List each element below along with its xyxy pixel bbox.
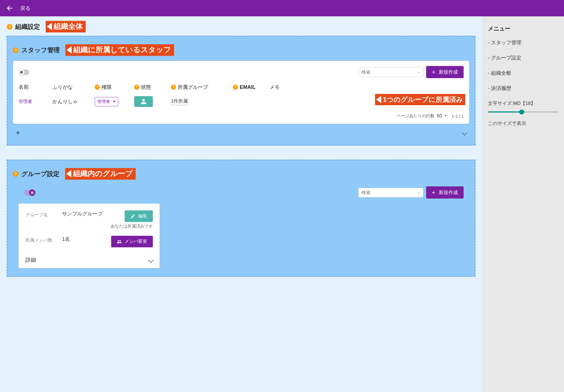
group-new-button[interactable]: + 新規作成 bbox=[426, 186, 464, 199]
triangle-left-icon bbox=[376, 96, 381, 103]
group-count-link[interactable]: 1件所属 bbox=[171, 98, 188, 105]
staff-name-link[interactable]: 管理者 bbox=[19, 99, 32, 105]
page-range: 1-1 / 1 bbox=[451, 114, 464, 118]
col-group: ?所属グループ bbox=[171, 84, 233, 91]
person-icon bbox=[140, 98, 147, 105]
group-name-value: サンプルグループ bbox=[62, 210, 108, 217]
help-icon[interactable]: ? bbox=[171, 85, 176, 90]
triangle-left-icon bbox=[67, 46, 72, 54]
search-icon[interactable] bbox=[418, 190, 420, 195]
staff-table-card: ▦ + 新規作成 名前 ふりがな bbox=[13, 61, 469, 124]
slider-thumb[interactable] bbox=[519, 109, 524, 114]
chevron-down-icon bbox=[148, 257, 154, 263]
group-title: グループ設定 bbox=[21, 170, 60, 178]
grid-icon: ▦ bbox=[31, 191, 34, 194]
help-icon[interactable]: ? bbox=[233, 85, 238, 90]
status-button[interactable] bbox=[134, 96, 153, 107]
back-arrow-icon[interactable] bbox=[6, 4, 14, 12]
callout-staff: 組織に所属しているスタッフ bbox=[65, 44, 174, 56]
col-kana: ふりがな bbox=[52, 84, 95, 91]
group-card: グループ名 サンプルグループ 編集 あなたは所属済みです 所属メンバ数 1名 bbox=[19, 204, 160, 268]
belong-note: あなたは所属済みです bbox=[111, 224, 153, 229]
staff-table-header: 名前 ふりがな ?権限 ?状態 ?所属グループ ?EMAIL メモ bbox=[19, 82, 464, 93]
chevron-down-icon bbox=[113, 101, 116, 102]
group-view-toggle[interactable]: ▦ bbox=[24, 190, 35, 195]
chevron-down-icon[interactable] bbox=[462, 130, 467, 136]
per-page-value[interactable]: 50 bbox=[437, 113, 442, 119]
group-search-box[interactable] bbox=[358, 188, 423, 197]
help-icon[interactable]: ? bbox=[7, 24, 12, 30]
staff-panel: ? スタッフ管理 組織に所属しているスタッフ ▦ bbox=[7, 36, 475, 146]
triangle-left-icon bbox=[47, 23, 52, 30]
people-icon bbox=[117, 239, 122, 244]
sidebar: メニュー - スタッフ管理 - グループ設定 - 組織全般 - 決済履歴 文字サ… bbox=[482, 16, 564, 392]
table-pagination: ページあたりの行数 50 1-1 / 1 bbox=[19, 110, 464, 120]
member-count-label: 所属メンバ数 bbox=[25, 236, 62, 243]
sidebar-item-staff[interactable]: - スタッフ管理 bbox=[488, 39, 558, 46]
col-role: ?権限 bbox=[95, 84, 134, 91]
view-toggle[interactable]: ▦ bbox=[19, 69, 29, 75]
pencil-icon bbox=[130, 214, 135, 219]
sidebar-item-group[interactable]: - グループ設定 bbox=[488, 54, 558, 61]
detail-expand[interactable]: 詳細 bbox=[25, 254, 153, 264]
col-status: ?状態 bbox=[134, 84, 171, 91]
group-name-label: グループ名 bbox=[25, 210, 62, 218]
top-bar: 戻る bbox=[0, 0, 564, 16]
col-memo: メモ bbox=[270, 84, 292, 91]
edit-group-button[interactable]: 編集 bbox=[125, 210, 153, 222]
help-icon[interactable]: ? bbox=[95, 85, 100, 90]
staff-search-input[interactable] bbox=[362, 70, 418, 75]
col-email: ?EMAIL bbox=[233, 84, 270, 90]
main-content: ? 組織設定 組織全体 ? スタッフ管理 組織に所属しているスタッフ ▦ bbox=[0, 16, 482, 392]
triangle-left-icon bbox=[66, 170, 71, 177]
per-page-label: ページあたりの行数 bbox=[396, 113, 435, 119]
plus-icon: + bbox=[432, 69, 435, 75]
staff-title: スタッフ管理 bbox=[21, 46, 60, 54]
col-name: 名前 bbox=[19, 84, 52, 91]
sidebar-item-payment[interactable]: - 決済履歴 bbox=[488, 85, 558, 92]
staff-table-row: 管理者 かんりしゃ 管理者 1件所属 bbox=[19, 93, 464, 110]
change-member-button[interactable]: メンバ変更 bbox=[111, 236, 153, 247]
group-panel: ? グループ設定 組織内のグループ ▦ + bbox=[7, 160, 475, 277]
callout-org: 組織全体 bbox=[46, 21, 86, 32]
callout-group: 組織内のグループ bbox=[65, 168, 136, 180]
staff-search-box[interactable] bbox=[358, 67, 423, 77]
sidebar-menu-title: メニュー bbox=[488, 25, 558, 32]
chevron-down-icon[interactable] bbox=[444, 115, 447, 117]
add-row-button[interactable]: + bbox=[16, 128, 20, 137]
group-search-input[interactable] bbox=[362, 190, 418, 195]
back-label[interactable]: 戻る bbox=[20, 5, 30, 12]
font-size-slider[interactable] bbox=[488, 109, 558, 114]
role-select[interactable]: 管理者 bbox=[95, 97, 118, 106]
font-size-label: 文字サイズ:MD【18】 bbox=[488, 100, 558, 107]
staff-kana: かんりしゃ bbox=[52, 98, 78, 105]
help-icon[interactable]: ? bbox=[13, 47, 19, 53]
help-icon[interactable]: ? bbox=[13, 171, 19, 177]
staff-new-button[interactable]: + 新規作成 bbox=[426, 66, 464, 78]
callout-group-assigned: 1つのグループに所属済み bbox=[375, 94, 465, 105]
help-icon[interactable]: ? bbox=[134, 85, 139, 90]
apply-size-button[interactable]: このサイズで表示 bbox=[488, 120, 558, 127]
page-title: 組織設定 bbox=[15, 23, 40, 31]
plus-icon: + bbox=[432, 190, 435, 196]
member-count-value: 1名 bbox=[62, 236, 108, 243]
grid-icon: ▦ bbox=[20, 71, 23, 74]
search-icon[interactable] bbox=[418, 69, 420, 75]
sidebar-item-org[interactable]: - 組織全般 bbox=[488, 70, 558, 76]
